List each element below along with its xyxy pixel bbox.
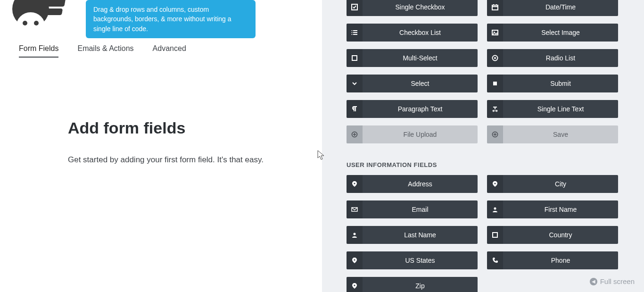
field-label: City — [503, 180, 618, 188]
map-marker-icon — [347, 251, 363, 269]
field-label: Select Image — [503, 29, 618, 36]
empty-state-body: Get started by adding your first form fi… — [68, 153, 264, 166]
fullscreen-label: Full screen — [600, 277, 635, 285]
user-icon — [347, 226, 363, 244]
map-marker-icon — [487, 175, 503, 193]
field-label: Single Checkbox — [363, 3, 478, 11]
field-first-name[interactable]: First Name — [487, 200, 618, 218]
field-select[interactable]: Select — [347, 75, 478, 92]
promo-tooltip: Drag & drop rows and columns, custom bac… — [86, 0, 256, 38]
tab-form-fields[interactable]: Form Fields — [19, 44, 58, 58]
image-icon — [487, 24, 503, 42]
user-icon — [487, 200, 503, 218]
field-address[interactable]: Address — [347, 175, 478, 193]
field-label: File Upload — [363, 131, 478, 138]
square-icon — [347, 49, 363, 67]
field-date-time[interactable]: Date/Time — [487, 0, 618, 16]
check-square-icon — [347, 0, 363, 16]
user-fields-grid: AddressCityEmailFirst NameLast NameCount… — [347, 175, 620, 292]
square-filled-icon — [487, 75, 503, 92]
field-email[interactable]: Email — [347, 200, 478, 218]
app-logo — [8, 0, 64, 33]
field-phone[interactable]: Phone — [487, 251, 618, 269]
list-icon — [347, 24, 363, 42]
field-submit[interactable]: Submit — [487, 75, 618, 92]
field-label: Address — [363, 180, 478, 188]
field-label: Date/Time — [503, 3, 618, 11]
dot-circle-icon — [487, 49, 503, 67]
builder-tabs: Form Fields Emails & Actions Advanced — [19, 44, 186, 58]
tab-emails-actions[interactable]: Emails & Actions — [77, 44, 133, 58]
field-radio-list[interactable]: Radio List — [487, 49, 618, 67]
field-file-upload: File Upload — [347, 125, 478, 143]
text-width-icon — [487, 100, 503, 118]
field-city[interactable]: City — [487, 175, 618, 193]
field-label: US States — [363, 257, 478, 264]
field-label: Single Line Text — [503, 105, 618, 113]
square-icon — [487, 226, 503, 244]
field-label: Radio List — [503, 54, 618, 62]
common-fields-grid: Single CheckboxDate/TimeCheckbox ListSel… — [347, 0, 620, 143]
field-label: Checkbox List — [363, 29, 478, 36]
field-checkbox-list[interactable]: Checkbox List — [347, 24, 478, 42]
field-label: Last Name — [363, 231, 478, 239]
field-last-name[interactable]: Last Name — [347, 226, 478, 244]
tab-advanced[interactable]: Advanced — [153, 44, 186, 58]
plus-circle-icon — [347, 125, 363, 143]
paragraph-icon — [347, 100, 363, 118]
phone-icon — [487, 251, 503, 269]
fullscreen-toggle[interactable]: ◀ Full screen — [590, 277, 635, 285]
field-label: Paragraph Text — [363, 105, 478, 113]
field-country[interactable]: Country — [487, 226, 618, 244]
field-label: Select — [363, 80, 478, 87]
field-single-line-text[interactable]: Single Line Text — [487, 100, 618, 118]
field-multi-select[interactable]: Multi-Select — [347, 49, 478, 67]
field-us-states[interactable]: US States — [347, 251, 478, 269]
field-label: First Name — [503, 206, 618, 213]
field-zip[interactable]: Zip — [347, 277, 478, 292]
field-single-checkbox[interactable]: Single Checkbox — [347, 0, 478, 16]
map-marker-icon — [347, 277, 363, 292]
field-label: Multi-Select — [363, 54, 478, 62]
form-builder-panel: Drag & drop rows and columns, custom bac… — [0, 0, 322, 292]
envelope-icon — [347, 200, 363, 218]
field-label: Submit — [503, 80, 618, 87]
field-select-image[interactable]: Select Image — [487, 24, 618, 42]
field-paragraph-text[interactable]: Paragraph Text — [347, 100, 478, 118]
chevron-left-icon: ◀ — [590, 278, 597, 285]
empty-state-heading: Add form fields — [68, 119, 264, 137]
empty-state: Add form fields Get started by adding yo… — [68, 119, 264, 166]
plus-circle-icon — [487, 125, 503, 143]
field-label: Email — [363, 206, 478, 213]
field-label: Zip — [363, 282, 478, 290]
calendar-icon — [487, 0, 503, 16]
chevron-down-icon — [347, 75, 363, 92]
field-label: Phone — [503, 257, 618, 264]
field-label: Country — [503, 231, 618, 239]
user-info-heading: USER INFORMATION FIELDS — [347, 161, 644, 168]
map-marker-icon — [347, 175, 363, 193]
field-palette-panel: Single CheckboxDate/TimeCheckbox ListSel… — [322, 0, 644, 292]
field-label: Save — [503, 131, 618, 138]
field-save: Save — [487, 125, 618, 143]
